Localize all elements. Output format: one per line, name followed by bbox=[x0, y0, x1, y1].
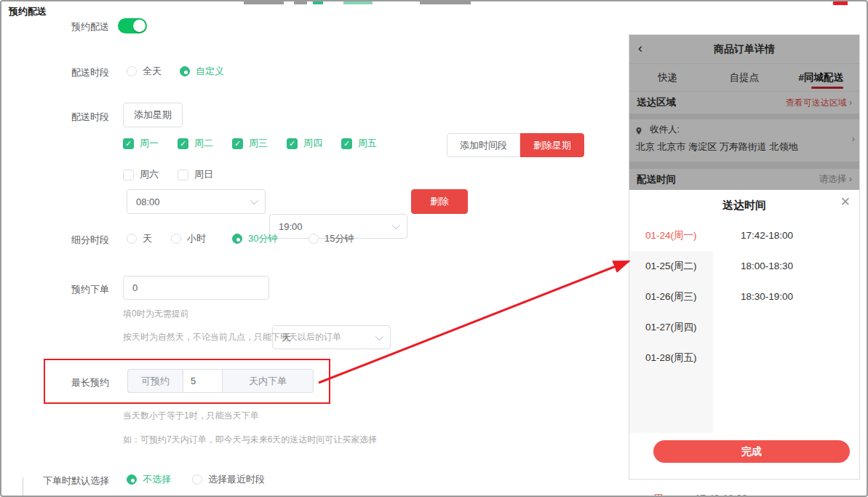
checkbox-label: 周五 bbox=[358, 137, 377, 150]
date-item-0128[interactable]: 01-28(周五) bbox=[629, 343, 713, 373]
time-from-select[interactable]: 08:00 bbox=[127, 189, 266, 214]
cutoff-border-fragment bbox=[23, 477, 23, 497]
max-booking-prefix: 可预约 bbox=[127, 369, 183, 393]
chevron-down-icon bbox=[250, 196, 258, 204]
radio-nearest-slot[interactable]: 选择最近时段 bbox=[192, 473, 265, 486]
checkbox-label: 周三 bbox=[249, 137, 268, 150]
checkbox-label: 周六 bbox=[140, 168, 159, 181]
radio-circle bbox=[127, 234, 137, 244]
advance-order-row-label: 预约下单 bbox=[1, 283, 109, 296]
radio-circle bbox=[171, 234, 181, 244]
radio-circle bbox=[192, 474, 202, 485]
checkbox-thursday[interactable]: ✓ 周四 bbox=[287, 137, 322, 150]
radio-label: 不选择 bbox=[143, 473, 171, 486]
timeslot-button-group: 添加时间段 删除星期 bbox=[447, 133, 584, 157]
order-detail-screen: ‹ 商品订单详情 快递 自提点 #同城配送 送达区域 查看可送达区域 › 收件人… bbox=[629, 35, 859, 190]
radio-15min[interactable]: 15分钟 bbox=[308, 232, 354, 245]
toggle-row-label: 预约配送 bbox=[1, 20, 109, 33]
checkbox-tuesday[interactable]: ✓ 周二 bbox=[178, 137, 213, 150]
max-booking-row-label: 最长预约 bbox=[1, 376, 109, 389]
mobile-preview: ‹ 商品订单详情 快递 自提点 #同城配送 送达区域 查看可送达区域 › 收件人… bbox=[629, 34, 860, 480]
radio-hour[interactable]: 小时 bbox=[171, 232, 206, 245]
granularity-row-label: 细分时段 bbox=[1, 234, 109, 247]
radio-label: 选择最近时段 bbox=[208, 473, 265, 486]
checkbox-wednesday[interactable]: ✓ 周三 bbox=[232, 137, 268, 150]
cutoff-radio-day: 天 bbox=[185, 494, 210, 497]
time-slot-3[interactable]: 18:30-19:00 bbox=[741, 282, 793, 312]
cutoff-date-text: 01-24(周一) bbox=[625, 493, 677, 497]
radio-circle bbox=[127, 66, 137, 76]
page-title: 预约配送 bbox=[9, 5, 47, 18]
delete-week-button[interactable]: 删除星期 bbox=[520, 133, 584, 157]
scheduled-delivery-settings-panel: 预约配送 预约配送 配送时段 全天 自定义 配送时段 添加星期 ✓ 周一 ✓ 周… bbox=[0, 0, 868, 497]
max-booking-hint-1: 当天数小于等于1时，只能当天下单 bbox=[123, 410, 259, 422]
radio-label: 15分钟 bbox=[324, 232, 354, 245]
radio-day[interactable]: 天 bbox=[127, 232, 152, 245]
chevron-down-icon bbox=[392, 221, 400, 229]
max-booking-input[interactable]: 5 bbox=[183, 369, 223, 393]
checkbox-friday[interactable]: ✓ 周五 bbox=[341, 137, 377, 150]
period-row-label: 配送时段 bbox=[1, 66, 109, 79]
scheduled-delivery-toggle[interactable] bbox=[118, 18, 147, 33]
cutoff-radio-15min: 15分钟 bbox=[453, 494, 498, 497]
cutoff-top-fragment bbox=[420, 1, 471, 4]
max-booking-suffix: 天内下单 bbox=[223, 369, 314, 393]
checkbox-label: 周一 bbox=[140, 137, 159, 150]
cutoff-top-fragment bbox=[833, 1, 848, 5]
max-booking-input-group: 可预约 5 天内下单 bbox=[127, 369, 314, 393]
cutoff-slot-text: 17:42-18:00 bbox=[695, 493, 747, 497]
date-item-0127[interactable]: 01-27(周四) bbox=[629, 312, 713, 343]
checkbox-icon: ✓ bbox=[232, 138, 243, 149]
time-from-value: 08:00 bbox=[136, 196, 160, 207]
radio-custom[interactable]: 自定义 bbox=[180, 65, 224, 78]
checkbox-monday[interactable]: ✓ 周一 bbox=[123, 137, 159, 150]
checkbox-icon bbox=[178, 170, 188, 180]
cutoff-top-fragment bbox=[244, 1, 284, 4]
max-booking-hint-2: 如：可预约7天内订单，即今天与未来6天的送达时间可让买家选择 bbox=[123, 434, 377, 446]
cutoff-top-fragment bbox=[294, 1, 307, 4]
close-icon[interactable]: ✕ bbox=[840, 194, 851, 210]
delivery-time-modal: 送达时间 ✕ 01-24(周一) 01-25(周二) 01-26(周三) 01-… bbox=[629, 190, 859, 480]
date-item-0124[interactable]: 01-24(周一) bbox=[629, 220, 713, 251]
cutoff-radio-30min: 30分钟 bbox=[333, 494, 378, 497]
time-to-value: 19:00 bbox=[279, 221, 303, 232]
toggle-knob bbox=[133, 20, 146, 32]
advance-order-hint-2: 按天时为自然天，不论当前几点，只能下明天以后的订单 bbox=[123, 331, 341, 343]
modal-title: 送达时间 bbox=[629, 199, 859, 212]
weekday-row-label: 配送时段 bbox=[1, 111, 109, 124]
checkbox-label: 周日 bbox=[194, 168, 213, 181]
cutoff-bottom-row: 细分时段 天 小时 30分钟 15分钟 bbox=[1, 494, 554, 497]
done-button[interactable]: 完成 bbox=[653, 440, 850, 463]
add-timeslot-button[interactable]: 添加时间段 bbox=[447, 133, 520, 157]
date-item-0126[interactable]: 01-26(周三) bbox=[629, 282, 713, 312]
checkbox-label: 周四 bbox=[303, 137, 322, 150]
checkbox-sunday[interactable]: 周日 bbox=[178, 168, 213, 181]
checkbox-label: 周二 bbox=[194, 137, 213, 150]
add-week-button[interactable]: 添加星期 bbox=[123, 103, 183, 127]
checkbox-icon bbox=[123, 170, 134, 180]
checkbox-icon: ✓ bbox=[287, 138, 298, 149]
advance-order-hint-1: 填0时为无需提前 bbox=[123, 308, 189, 320]
time-slot-1[interactable]: 17:42-18:00 bbox=[741, 220, 793, 251]
radio-label: 全天 bbox=[143, 65, 162, 78]
radio-label: 自定义 bbox=[196, 65, 224, 78]
chevron-down-icon bbox=[375, 333, 383, 341]
radio-all-day[interactable]: 全天 bbox=[127, 65, 162, 78]
time-slot-2[interactable]: 18:00-18:30 bbox=[741, 251, 793, 282]
radio-circle bbox=[127, 474, 137, 485]
cutoff-radio-hour: 小时 bbox=[217, 494, 252, 497]
radio-circle bbox=[308, 234, 319, 244]
cutoff-top-fragment bbox=[343, 1, 373, 4]
default-selection-row-label: 下单时默认选择 bbox=[1, 474, 109, 488]
checkbox-icon: ✓ bbox=[178, 138, 188, 149]
radio-label: 30分钟 bbox=[248, 232, 277, 245]
radio-no-selection[interactable]: 不选择 bbox=[127, 473, 171, 486]
advance-order-input[interactable]: 0 bbox=[123, 276, 269, 300]
cutoff-top-fragment bbox=[313, 1, 323, 4]
checkbox-saturday[interactable]: 周六 bbox=[123, 168, 159, 181]
radio-30min[interactable]: 30分钟 bbox=[232, 232, 277, 245]
checkbox-icon: ✓ bbox=[341, 138, 352, 149]
date-item-0125[interactable]: 01-25(周二) bbox=[629, 251, 713, 282]
delete-timeslot-button[interactable]: 删除 bbox=[411, 189, 468, 214]
dim-overlay bbox=[629, 35, 859, 190]
